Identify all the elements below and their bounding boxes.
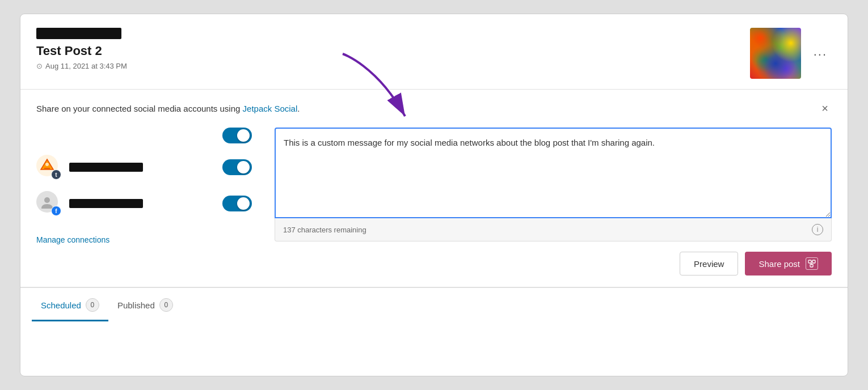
standalone-toggle[interactable]: [222, 128, 252, 143]
share-post-icon: [806, 257, 818, 270]
facebook-toggle-slider: [222, 196, 252, 211]
facebook-toggle[interactable]: [222, 196, 252, 211]
post-card: Test Post 2 ⊙ Aug 11, 2021 at 3:43 PM ··…: [20, 14, 848, 376]
tumblr-badge: t: [51, 169, 61, 180]
post-title: Test Post 2: [36, 44, 127, 58]
tumblr-name-redacted: [69, 163, 143, 172]
share-info-prefix: Share on your connected social media acc…: [36, 104, 243, 113]
action-buttons: Preview Share post: [275, 252, 832, 275]
tumblr-toggle-slider: [222, 159, 252, 175]
message-area: 137 characters remaining i Preview Share…: [275, 128, 832, 275]
post-date-text: Aug 11, 2021 at 3:43 PM: [45, 62, 127, 70]
post-date: ⊙ Aug 11, 2021 at 3:43 PM: [36, 62, 127, 70]
share-info-text: Share on your connected social media acc…: [36, 104, 300, 113]
post-title-redacted: [36, 28, 121, 39]
footer-tabs: Scheduled 0 Published 0: [20, 287, 848, 321]
standalone-toggle-row: [36, 128, 252, 143]
svg-point-1: [45, 163, 49, 166]
info-icon[interactable]: i: [812, 224, 823, 235]
share-post-label: Share post: [759, 259, 800, 269]
svg-rect-6: [812, 260, 815, 263]
svg-rect-5: [808, 260, 811, 263]
share-info-row: Share on your connected social media acc…: [36, 101, 832, 116]
facebook-name-redacted: [69, 199, 143, 208]
tumblr-toggle[interactable]: [222, 159, 252, 175]
share-post-button[interactable]: Share post: [745, 252, 832, 275]
tab-scheduled-label: Scheduled: [41, 300, 81, 310]
more-button[interactable]: ···: [809, 45, 832, 64]
clock-icon: ⊙: [36, 62, 43, 70]
svg-point-3: [44, 197, 50, 203]
tumblr-avatar-container: t: [36, 155, 61, 180]
share-section: Share on your connected social media acc…: [20, 90, 848, 287]
manage-connections-link[interactable]: Manage connections: [36, 235, 252, 244]
jetpack-social-link[interactable]: Jetpack Social: [243, 104, 298, 113]
char-count: 137 characters remaining: [283, 226, 366, 234]
tab-published-badge: 0: [159, 298, 173, 312]
tab-published[interactable]: Published 0: [108, 288, 182, 321]
toggle-slider: [222, 128, 252, 143]
tab-scheduled[interactable]: Scheduled 0: [32, 288, 108, 321]
post-thumbnail: [750, 28, 801, 79]
close-button[interactable]: ×: [818, 101, 832, 116]
facebook-connection: f: [36, 191, 252, 216]
tumblr-connection: t: [36, 155, 252, 180]
preview-button[interactable]: Preview: [680, 252, 738, 275]
message-footer: 137 characters remaining i: [275, 218, 832, 241]
post-info: Test Post 2 ⊙ Aug 11, 2021 at 3:43 PM: [36, 28, 127, 70]
share-info-suffix: .: [297, 104, 300, 113]
post-header-actions: ···: [750, 28, 832, 79]
post-header: Test Post 2 ⊙ Aug 11, 2021 at 3:43 PM ··…: [20, 14, 848, 90]
tab-published-label: Published: [117, 300, 155, 310]
facebook-badge: f: [51, 206, 61, 216]
tab-scheduled-badge: 0: [86, 298, 99, 312]
facebook-avatar-container: f: [36, 191, 61, 216]
message-textarea[interactable]: [275, 128, 832, 218]
share-content: t: [36, 128, 832, 275]
connections-list: t: [36, 128, 252, 244]
